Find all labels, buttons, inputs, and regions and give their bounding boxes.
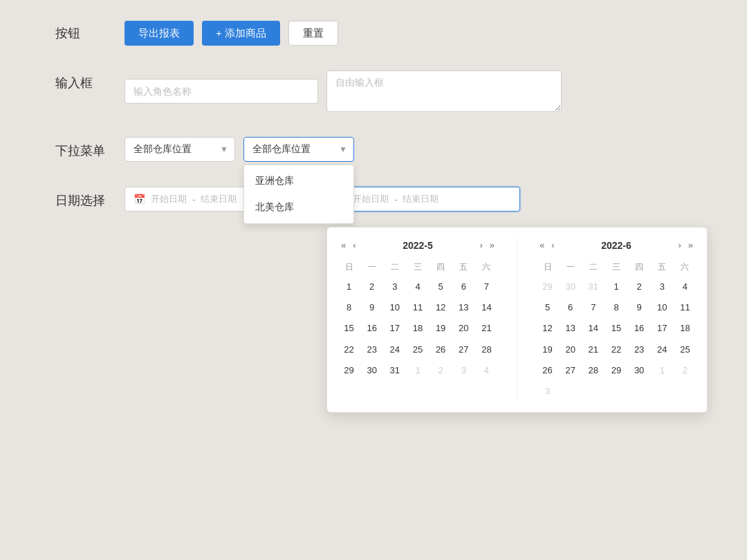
cal-prev-month-1[interactable]: ‹ — [350, 239, 358, 252]
cal-day[interactable]: 7 — [582, 298, 604, 317]
cal-day[interactable]: 29 — [605, 361, 627, 380]
cal-day[interactable]: 26 — [537, 361, 558, 380]
cal-day-other[interactable]: 3 — [453, 361, 474, 380]
cal-day[interactable]: 11 — [674, 298, 696, 317]
cal-prev-month-2[interactable]: ‹ — [548, 239, 557, 252]
cal-day[interactable]: 30 — [361, 361, 382, 380]
cal-day[interactable]: 30 — [629, 361, 650, 380]
date-range-2[interactable]: 📅 开始日期 - 结束日期 — [326, 187, 520, 212]
select-warehouse-1[interactable]: 全部仓库位置 ▼ — [124, 137, 235, 162]
cal-day[interactable]: 13 — [453, 298, 474, 317]
cal-day[interactable]: 7 — [476, 277, 497, 297]
cal-day[interactable]: 16 — [629, 319, 650, 338]
cal-day[interactable]: 19 — [537, 340, 558, 360]
cal-day[interactable]: 27 — [453, 340, 474, 360]
cal-day[interactable]: 27 — [560, 361, 581, 380]
cal-day[interactable]: 9 — [361, 298, 382, 317]
export-button[interactable]: 导出报表 — [124, 21, 194, 46]
cal-day[interactable]: 3 — [652, 277, 673, 297]
add-product-button[interactable]: + 添加商品 — [202, 21, 280, 46]
dropdown-item-northamerica[interactable]: 北美仓库 — [244, 194, 353, 221]
cal-next-year-2[interactable]: » — [685, 239, 696, 252]
cal-day[interactable]: 29 — [338, 361, 360, 380]
cal-day[interactable]: 16 — [361, 319, 382, 338]
free-text-input[interactable] — [326, 71, 562, 112]
cal-day[interactable]: 10 — [652, 298, 673, 317]
cal-day[interactable]: 24 — [652, 340, 673, 360]
cal-header-thu-2: 四 — [629, 259, 650, 276]
cal-day[interactable]: 23 — [361, 340, 382, 360]
cal-day[interactable]: 5 — [430, 277, 452, 297]
cal-day[interactable]: 4 — [407, 277, 428, 297]
cal-day[interactable]: 21 — [582, 340, 604, 360]
cal-day[interactable]: 11 — [407, 298, 428, 317]
cal-day[interactable]: 10 — [384, 298, 405, 317]
cal-day[interactable]: 20 — [453, 319, 474, 338]
cal-day[interactable]: 31 — [384, 361, 405, 380]
cal-day[interactable]: 6 — [453, 277, 474, 297]
reset-button[interactable]: 重置 — [288, 21, 338, 46]
cal-next-month-1[interactable]: › — [477, 239, 485, 252]
cal-header-sat-2: 六 — [674, 259, 696, 276]
cal-day-other[interactable]: 1 — [407, 361, 428, 380]
cal-day[interactable]: 12 — [430, 298, 452, 317]
cal-day[interactable]: 26 — [430, 340, 452, 360]
cal-day[interactable]: 2 — [629, 277, 650, 297]
cal-day-other[interactable]: 2 — [430, 361, 452, 380]
cal-header-sun-1: 日 — [338, 259, 360, 276]
cal-day[interactable]: 23 — [629, 340, 650, 360]
cal-day[interactable]: 12 — [537, 319, 558, 338]
cal-day[interactable]: 18 — [674, 319, 696, 338]
cal-day[interactable]: 13 — [560, 319, 581, 338]
cal-day[interactable]: 25 — [407, 340, 428, 360]
cal-prev-year-1[interactable]: « — [338, 239, 349, 252]
cal-day[interactable]: 1 — [338, 277, 360, 297]
cal-next-month-2[interactable]: › — [675, 239, 683, 252]
cal-day[interactable]: 14 — [476, 298, 497, 317]
cal-day[interactable]: 2 — [361, 277, 382, 297]
cal-day[interactable]: 28 — [476, 340, 497, 360]
cal-title-2: 2022-6 — [601, 240, 631, 251]
dropdown-item-asia[interactable]: 亚洲仓库 — [244, 168, 353, 194]
cal-day[interactable]: 6 — [560, 298, 581, 317]
cal-day[interactable]: 4 — [674, 277, 696, 297]
cal-prev-year-2[interactable]: « — [537, 239, 547, 252]
select-warehouse-2[interactable]: 全部仓库位置 ▼ 亚洲仓库 北美仓库 — [243, 137, 354, 162]
cal-day[interactable]: 18 — [407, 319, 428, 338]
calendar-popup: « ‹ 2022-5 › » 日 一 — [326, 227, 708, 413]
cal-day-other[interactable]: 29 — [537, 277, 558, 297]
cal-day-other[interactable]: 3 — [537, 382, 558, 401]
cal-day[interactable]: 1 — [605, 277, 627, 297]
cal-day-other[interactable]: 30 — [560, 277, 581, 297]
cal-day[interactable]: 22 — [605, 340, 627, 360]
cal-day[interactable]: 3 — [384, 277, 405, 297]
cal-day[interactable]: 15 — [338, 319, 360, 338]
calendar-divider — [517, 239, 517, 401]
cal-day[interactable]: 21 — [476, 319, 497, 338]
cal-day[interactable]: 24 — [384, 340, 405, 360]
cal-day[interactable]: 19 — [430, 319, 452, 338]
cal-day[interactable]: 22 — [338, 340, 360, 360]
cal-day[interactable]: 20 — [560, 340, 581, 360]
cal-day[interactable]: 25 — [674, 340, 696, 360]
role-name-input[interactable] — [124, 79, 318, 104]
select-box-1[interactable]: 全部仓库位置 — [124, 137, 235, 162]
cal-day[interactable]: 8 — [605, 298, 627, 317]
cal-next-year-1[interactable]: » — [487, 239, 497, 252]
cal-header-tue-1: 二 — [384, 259, 405, 276]
cal-day[interactable]: 9 — [629, 298, 650, 317]
cal-day-other[interactable]: 4 — [476, 361, 497, 380]
cal-day[interactable]: 5 — [537, 298, 558, 317]
cal-day[interactable]: 15 — [605, 319, 627, 338]
cal-header-mon-2: 一 — [560, 259, 581, 276]
cal-day-other[interactable]: 1 — [652, 361, 673, 380]
cal-day-other[interactable]: 2 — [674, 361, 696, 380]
cal-day[interactable]: 17 — [384, 319, 405, 338]
cal-day[interactable]: 14 — [582, 319, 604, 338]
cal-day[interactable]: 28 — [582, 361, 604, 380]
select-box-2[interactable]: 全部仓库位置 — [243, 137, 354, 162]
cal-header-wed-2: 三 — [605, 259, 627, 276]
cal-day[interactable]: 17 — [652, 319, 673, 338]
cal-day[interactable]: 8 — [338, 298, 360, 317]
cal-day-other[interactable]: 31 — [582, 277, 604, 297]
